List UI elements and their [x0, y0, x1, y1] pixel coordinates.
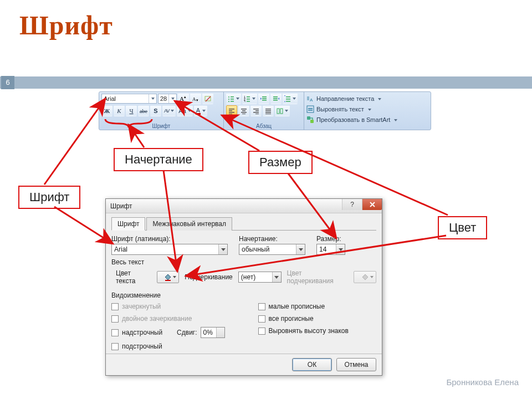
chevron-down-icon[interactable] [149, 94, 156, 103]
svg-rect-9 [231, 99, 234, 100]
align-text-button[interactable]: Выровнять текст [306, 105, 428, 114]
bold-button[interactable]: Ж [101, 105, 112, 116]
align-left-icon [228, 108, 235, 114]
svg-rect-34 [229, 114, 232, 114]
callout-size: Размер [248, 151, 313, 174]
increase-indent-button[interactable] [270, 93, 282, 104]
chk-equalize-height[interactable]: Выровнять высоту знаков [258, 327, 349, 335]
align-right-icon [253, 108, 259, 114]
svg-rect-52 [308, 108, 313, 109]
chk-strike[interactable]: зачеркнутый [111, 303, 225, 310]
svg-rect-32 [229, 110, 232, 111]
chevron-down-icon[interactable] [168, 94, 176, 103]
columns-button[interactable] [275, 105, 290, 116]
ok-button[interactable]: ОК [292, 358, 332, 371]
chk-double-strike[interactable]: двойное зачеркивание [111, 315, 225, 323]
align-justify-icon [265, 108, 272, 114]
svg-text:▾: ▾ [196, 98, 198, 102]
svg-line-59 [44, 99, 105, 185]
chevron-down-icon[interactable] [218, 244, 227, 254]
font-color-button[interactable]: A [194, 105, 207, 116]
label-text-color: Цвет текста [116, 269, 151, 285]
clear-format-button[interactable] [202, 93, 213, 104]
svg-text:3: 3 [244, 100, 245, 102]
chk-all-caps[interactable]: все прогисные [258, 315, 349, 323]
chevron-down-icon[interactable] [336, 244, 345, 254]
svg-line-60 [54, 207, 113, 244]
page-number: 6 [1, 76, 14, 89]
svg-rect-18 [262, 96, 267, 98]
text-shadow-button[interactable]: S [150, 105, 161, 116]
char-spacing-button[interactable]: AV [162, 105, 176, 116]
indent-right-icon [273, 95, 279, 102]
svg-marker-21 [260, 98, 262, 100]
chevron-down-icon[interactable] [392, 116, 397, 123]
font-name-input[interactable]: Arial [111, 244, 228, 255]
convert-smartart-button[interactable]: Преобразовать в SmartArt [306, 115, 428, 124]
svg-rect-35 [241, 109, 247, 110]
grow-font-button[interactable]: A▴ [178, 93, 189, 104]
ribbon-font-group: Arial 28 A▴ A▾ Ж К [99, 92, 224, 130]
svg-marker-25 [278, 98, 279, 100]
align-left-button[interactable] [226, 105, 237, 116]
align-justify-button[interactable] [263, 105, 274, 116]
strikethrough-button[interactable]: abe [138, 105, 149, 116]
svg-rect-58 [165, 280, 171, 281]
svg-text:A: A [180, 95, 184, 102]
font-dialog: Шрифт ? Шрифт Межзнаковый интервал Шрифт… [105, 198, 382, 376]
svg-rect-53 [308, 110, 313, 111]
label-font: Шрифт (латиница): [111, 235, 228, 243]
svg-rect-44 [265, 110, 271, 111]
line-spacing-button[interactable] [283, 93, 298, 104]
svg-rect-19 [262, 98, 267, 99]
bullets-button[interactable] [226, 93, 241, 104]
text-color-button[interactable] [157, 271, 180, 283]
align-center-icon [241, 108, 247, 114]
tab-spacing[interactable]: Межзнаковый интервал [146, 217, 232, 231]
change-case-button[interactable]: Aa [177, 105, 192, 116]
checkbox-icon [111, 329, 119, 336]
close-button[interactable] [362, 199, 382, 210]
svg-rect-27 [286, 99, 290, 100]
chevron-down-icon[interactable] [272, 272, 281, 282]
chevron-down-icon[interactable] [296, 244, 305, 254]
text-direction-button[interactable]: llA Направление текста [306, 94, 428, 103]
shrink-font-button[interactable]: A▾ [190, 93, 201, 104]
callout-style: Начертание [114, 148, 203, 171]
underline-style-input[interactable]: (нет) [238, 272, 282, 283]
svg-rect-20 [262, 100, 267, 101]
checkbox-icon [258, 303, 265, 310]
chk-small-caps[interactable]: малые прописные [258, 303, 349, 310]
checkbox-icon [258, 328, 265, 335]
decrease-indent-button[interactable] [258, 93, 269, 104]
align-right-button[interactable] [250, 105, 262, 116]
font-size-value: 28 [160, 95, 167, 102]
svg-rect-7 [231, 96, 234, 98]
underline-button[interactable]: Ч [126, 105, 137, 116]
svg-rect-15 [247, 99, 250, 100]
font-size-input[interactable]: 14 [316, 244, 345, 255]
align-center-button[interactable] [238, 105, 249, 116]
chk-superscript[interactable]: надстрочный Сдвиг: 0% [111, 327, 225, 338]
help-button[interactable]: ? [342, 199, 362, 210]
svg-rect-13 [247, 96, 250, 98]
indent-left-icon [260, 95, 267, 102]
offset-spin[interactable]: 0% [201, 327, 225, 338]
chk-subscript[interactable]: подстрочный [111, 342, 225, 350]
checkbox-icon [111, 343, 119, 350]
font-size-combo[interactable]: 28 [158, 94, 177, 104]
cancel-button[interactable]: Отмена [336, 358, 376, 371]
dialog-titlebar[interactable]: Шрифт ? [106, 199, 382, 213]
italic-button[interactable]: К [114, 105, 125, 116]
line-spacing-icon [284, 95, 291, 102]
svg-rect-11 [231, 101, 234, 102]
font-name-combo[interactable]: Arial [101, 94, 157, 104]
ribbon: Arial 28 A▴ A▾ Ж К [99, 91, 431, 130]
numbering-button[interactable]: 123 [242, 93, 257, 104]
chevron-down-icon[interactable] [366, 106, 371, 112]
underline-color-button[interactable] [354, 271, 376, 283]
author-label: Бронникова Елена [446, 377, 519, 387]
chevron-down-icon[interactable] [376, 95, 381, 102]
tab-font[interactable]: Шрифт [111, 217, 145, 231]
font-style-input[interactable]: обычный [239, 244, 305, 255]
